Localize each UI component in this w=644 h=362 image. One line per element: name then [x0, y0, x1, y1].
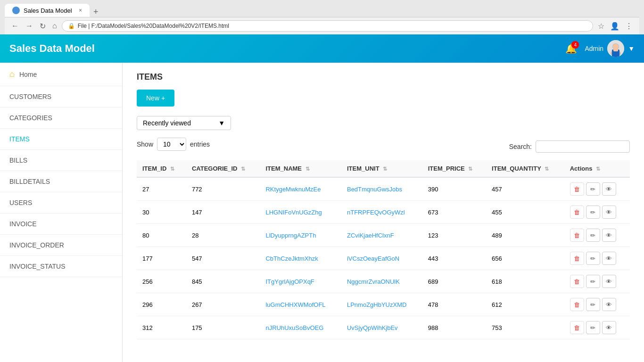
search-input[interactable]: [536, 140, 630, 153]
table-cell-link[interactable]: RKtygeMwknuMzEe: [265, 186, 321, 193]
table-cell-link[interactable]: iVCszOeayEafGoN: [347, 255, 399, 262]
col-actions[interactable]: Actions ⇅: [564, 160, 630, 177]
action-buttons: 🗑 ✏ 👁: [570, 182, 624, 196]
view-button[interactable]: 👁: [602, 321, 616, 334]
new-tab-button[interactable]: +: [90, 7, 102, 17]
browser-tab[interactable]: Sales Data Model ×: [5, 4, 90, 17]
view-button[interactable]: 👁: [602, 298, 616, 311]
notification-badge: 4: [571, 41, 579, 49]
col-item-unit[interactable]: ITEM_UNIT ⇅: [341, 160, 422, 177]
delete-button[interactable]: 🗑: [570, 206, 584, 219]
table-cell: 673: [422, 201, 486, 224]
col-categorie-id[interactable]: CATEGORIE_ID ⇅: [186, 160, 260, 177]
table-cell: 175: [186, 316, 260, 339]
table-row: 296267luGmCHHXWMofOFLLPnmoZgHbYUzXMD4786…: [137, 293, 630, 316]
menu-button[interactable]: ⋮: [623, 21, 635, 32]
sort-icon-item-id: ⇅: [170, 166, 174, 172]
sidebar-item-users[interactable]: USERS: [0, 192, 122, 214]
view-button[interactable]: 👁: [602, 182, 616, 196]
sidebar-item-home[interactable]: ⌂ Home: [0, 63, 122, 86]
close-tab-button[interactable]: ×: [79, 7, 82, 14]
view-button[interactable]: 👁: [602, 275, 616, 288]
table-cell: 147: [186, 201, 260, 224]
table-cell-link[interactable]: CbThCzeJktmXhzk: [265, 255, 318, 262]
table-row: 27772RKtygeMwknuMzEeBedTmqnuGwsJobs39045…: [137, 177, 630, 201]
delete-button[interactable]: 🗑: [570, 182, 584, 196]
col-item-id[interactable]: ITEM_ID ⇅: [137, 160, 186, 177]
table-cell-link[interactable]: LHGNIFoVnUGzZhg: [265, 209, 322, 216]
table-cell-link[interactable]: LPnmoZgHbYUzXMD: [347, 301, 406, 308]
col-item-name[interactable]: ITEM_NAME ⇅: [260, 160, 341, 177]
url-bar[interactable]: 🔒 File | F:/DataModel/Sales%20DataModel%…: [62, 20, 593, 32]
action-buttons: 🗑 ✏ 👁: [570, 275, 624, 288]
delete-button[interactable]: 🗑: [570, 229, 584, 242]
notification-button[interactable]: 🔔 4: [565, 43, 577, 54]
table-cell-link[interactable]: BedTmqnuGwsJobs: [347, 186, 402, 193]
back-button[interactable]: ←: [9, 21, 21, 31]
dropdown-icon: ▼: [628, 45, 635, 52]
sidebar-item-billdetails[interactable]: BILLDETAILS: [0, 171, 122, 192]
edit-button[interactable]: ✏: [586, 321, 600, 334]
table-cell: 489: [486, 224, 564, 247]
admin-label: Admin: [585, 45, 603, 52]
filter-area: Recently viewed ▼: [137, 116, 630, 130]
table-cell-link[interactable]: luGmCHHXWMofOFL: [265, 301, 325, 308]
table-cell: 689: [422, 270, 486, 293]
sidebar-item-categories[interactable]: CATEGORIES: [0, 107, 122, 129]
sidebar-item-customers[interactable]: CUSTOMERS: [0, 86, 122, 107]
sort-icon-item-price: ⇅: [468, 166, 472, 172]
home-button[interactable]: ⌂: [50, 21, 59, 31]
table-cell-link[interactable]: UvSjyQpWihKjbEv: [347, 324, 398, 331]
entries-select[interactable]: 10 25 50 100: [157, 138, 186, 151]
refresh-button[interactable]: ↻: [38, 21, 48, 32]
table-cell-link[interactable]: ITgYgrlAjgOPXqF: [265, 278, 314, 285]
sidebar-item-items[interactable]: ITEMS: [0, 129, 122, 150]
table-row: 8028LlDyupprngAZPThZCviKjaeHfClxnF123489…: [137, 224, 630, 247]
show-entries: Show 10 25 50 100 entries: [137, 138, 210, 151]
sidebar-item-invoice[interactable]: INVOICE: [0, 214, 122, 235]
sidebar-item-items-label: ITEMS: [9, 135, 30, 143]
delete-button[interactable]: 🗑: [570, 298, 584, 311]
sidebar-item-invoice-order[interactable]: INVOICE_ORDER: [0, 235, 122, 256]
actions-cell: 🗑 ✏ 👁: [564, 177, 630, 201]
col-item-price[interactable]: ITEM_PRICE ⇅: [422, 160, 486, 177]
col-item-quantity[interactable]: ITEM_QUANTITY ⇅: [486, 160, 564, 177]
forward-button[interactable]: →: [24, 21, 35, 31]
view-button[interactable]: 👁: [602, 252, 616, 265]
delete-button[interactable]: 🗑: [570, 252, 584, 265]
table-cell: 30: [137, 201, 186, 224]
table-cell-link[interactable]: ZCviKjaeHfClxnF: [347, 232, 394, 239]
table-row: 177547CbThCzeJktmXhzkiVCszOeayEafGoN4436…: [137, 247, 630, 270]
table-cell: 772: [186, 177, 260, 201]
view-button[interactable]: 👁: [602, 206, 616, 219]
app-header: Sales Data Model 🔔 4 Admin ▼: [0, 34, 644, 63]
search-label: Search:: [509, 143, 532, 150]
actions-cell: 🗑 ✏ 👁: [564, 270, 630, 293]
sidebar-item-invoice-status[interactable]: INVOICE_STATUS: [0, 256, 122, 277]
edit-button[interactable]: ✏: [586, 182, 600, 196]
edit-button[interactable]: ✏: [586, 206, 600, 219]
edit-button[interactable]: ✏: [586, 275, 600, 288]
recently-viewed-select[interactable]: Recently viewed ▼: [137, 116, 231, 130]
account-button[interactable]: 👤: [608, 21, 621, 32]
table-cell-link[interactable]: nJRUhUxuSoBvOEG: [265, 324, 323, 331]
admin-info[interactable]: Admin ▼: [585, 40, 635, 57]
app-title: Sales Data Model: [9, 42, 95, 55]
delete-button[interactable]: 🗑: [570, 321, 584, 334]
edit-button[interactable]: ✏: [586, 298, 600, 311]
sort-icon-cat-id: ⇅: [241, 166, 245, 172]
table-cell: 478: [422, 293, 486, 316]
delete-button[interactable]: 🗑: [570, 275, 584, 288]
sidebar-item-bills[interactable]: BILLS: [0, 150, 122, 171]
edit-button[interactable]: ✏: [586, 252, 600, 265]
sidebar-home-label: Home: [19, 71, 37, 78]
browser-chrome: Sales Data Model × + ← → ↻ ⌂ 🔒 File | F:…: [0, 0, 644, 34]
edit-button[interactable]: ✏: [586, 229, 600, 242]
new-button[interactable]: New +: [137, 90, 174, 107]
table-cell-link[interactable]: NggcmrZvraONUlK: [347, 278, 400, 285]
bookmark-button[interactable]: ☆: [596, 21, 606, 32]
table-cell-link[interactable]: LlDyupprngAZPTh: [265, 232, 316, 239]
view-button[interactable]: 👁: [602, 229, 616, 242]
table-cell-link[interactable]: nTFRPFEQvOGyWzl: [347, 209, 405, 216]
table-cell: 455: [486, 201, 564, 224]
